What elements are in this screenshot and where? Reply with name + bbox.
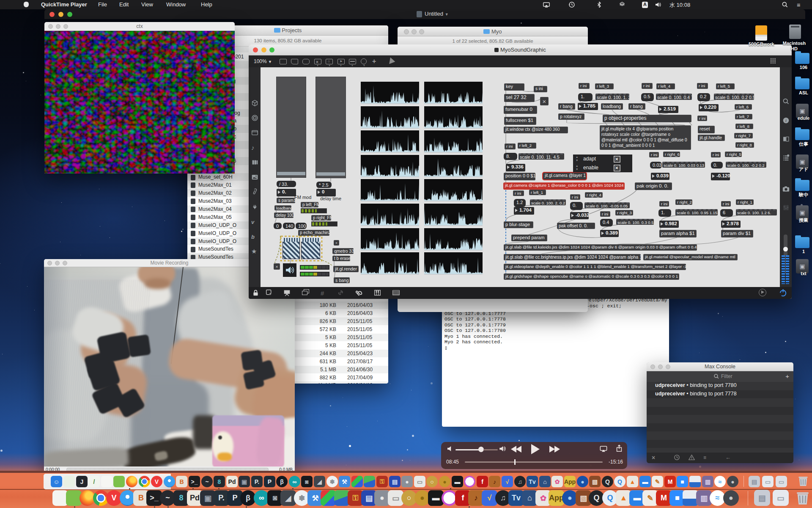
- svg-text:i: i: [785, 118, 787, 123]
